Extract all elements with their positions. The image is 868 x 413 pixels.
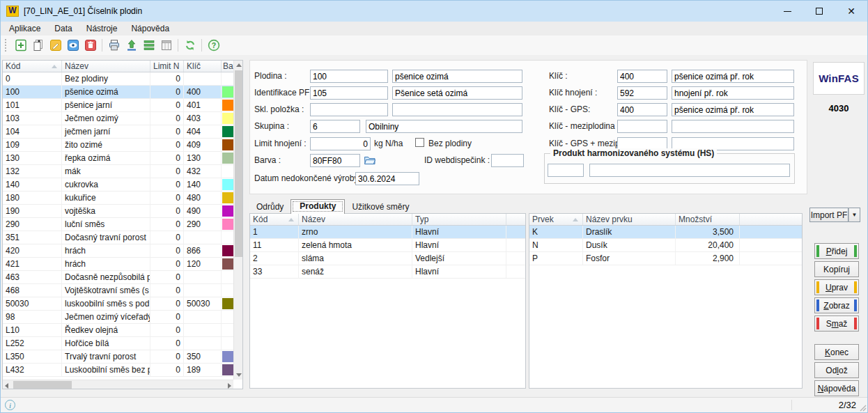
crop-row[interactable]: 100pšenice ozimá0400 xyxy=(3,86,242,99)
crop-row[interactable]: L10Ředkev olejná0 xyxy=(3,324,242,337)
product-row[interactable]: 1zrnoHlavní xyxy=(250,226,525,239)
crop-row[interactable]: 0Bez plodiny0 xyxy=(3,72,242,86)
column-header-mnozstvi[interactable]: Množství xyxy=(676,214,740,225)
column-header-kod[interactable]: Kód xyxy=(250,214,299,225)
skl-polozka-code-field[interactable] xyxy=(310,103,388,116)
crop-row[interactable]: L432Luskoobilní směs bez p0189 xyxy=(3,364,242,377)
scroll-right-icon[interactable] xyxy=(228,383,231,389)
crop-row[interactable]: 421hrách0120 xyxy=(3,258,242,271)
tab-odr-dy[interactable]: Odrůdy xyxy=(249,200,290,214)
view-button[interactable] xyxy=(64,37,82,54)
crop-row[interactable]: 420hrách0866 xyxy=(3,244,242,258)
element-row[interactable]: KDraslík3,500 xyxy=(529,226,802,239)
menu-item[interactable]: Nápověda xyxy=(131,24,169,33)
plodina-code-field[interactable] xyxy=(310,70,388,83)
klic-name-field[interactable] xyxy=(672,70,794,83)
klic-gps-code-field[interactable] xyxy=(617,103,667,116)
crop-row[interactable]: 468Vojtěškotravní směs (s0 xyxy=(3,284,242,297)
menu-item[interactable]: Aplikace xyxy=(9,24,40,33)
crop-row[interactable]: 130řepka ozimá0130 xyxy=(3,152,242,165)
odloz-button[interactable]: Odlož xyxy=(814,362,859,378)
skl-polozka-name-field[interactable] xyxy=(392,103,522,116)
crop-row[interactable]: 140cukrovka0140 xyxy=(3,178,242,192)
plodina-name-field[interactable] xyxy=(392,70,522,83)
close-button[interactable]: ✕ xyxy=(835,1,867,22)
crop-row[interactable]: 109žito ozimé0409 xyxy=(3,139,242,152)
add-button[interactable] xyxy=(12,37,29,54)
help-button[interactable]: ? xyxy=(205,37,222,54)
klic-hnojeni-name-field[interactable] xyxy=(672,86,794,100)
print-button[interactable] xyxy=(105,37,123,54)
element-row[interactable]: NDusík20,400 xyxy=(529,239,802,252)
crop-row[interactable]: 101pšenice jarní0401 xyxy=(3,99,242,112)
scroll-left-icon[interactable] xyxy=(5,383,8,389)
crop-row[interactable]: 463Dočasně nezpůsobilá p0 xyxy=(3,271,242,284)
scrollbar-thumb[interactable] xyxy=(13,381,72,389)
konec-button[interactable]: Konec xyxy=(814,344,859,360)
kopiruj-button[interactable]: Kopíruj xyxy=(814,261,859,277)
list-button[interactable] xyxy=(140,37,157,54)
tab-produkty[interactable]: Produkty xyxy=(290,199,345,214)
tab-u-itkov-sm-ry[interactable]: Užitkové směry xyxy=(345,200,416,214)
klic-meziplodina-name-field[interactable] xyxy=(672,120,794,133)
hs-code-field[interactable] xyxy=(548,164,584,177)
crop-row[interactable]: 103Ječmen ozimý0403 xyxy=(3,112,242,125)
id-webdispecink-field[interactable] xyxy=(491,154,524,167)
edit-button[interactable] xyxy=(47,37,64,54)
zobraz-button[interactable]: Zobraz xyxy=(814,297,859,313)
column-header-nazev-prvku[interactable]: Název prvku xyxy=(583,214,676,225)
crop-row[interactable]: 190vojtěška0490 xyxy=(3,205,242,218)
columns-button[interactable] xyxy=(157,37,175,54)
bez-plodiny-checkbox[interactable] xyxy=(415,138,424,147)
element-row[interactable]: PFosfor2,900 xyxy=(529,252,802,265)
minimize-button[interactable] xyxy=(771,1,803,22)
identifikace-pf-code-field[interactable] xyxy=(310,86,388,100)
product-row[interactable]: 2slámaVedlejší xyxy=(250,252,525,265)
hs-name-field[interactable] xyxy=(589,164,790,177)
column-header-limit-n[interactable]: Limit N xyxy=(150,61,184,72)
resize-grip-icon[interactable] xyxy=(859,404,867,412)
scroll-up-icon[interactable] xyxy=(236,63,242,67)
crop-row[interactable]: L252Hořčice bílá0 xyxy=(3,337,242,350)
crop-row[interactable]: 290luční směs0290 xyxy=(3,218,242,231)
smaz-button[interactable]: Smaž xyxy=(814,315,859,332)
panel-splitter[interactable] xyxy=(244,60,249,389)
product-row[interactable]: 33senážHlavní xyxy=(250,265,525,279)
skupina-code-field[interactable] xyxy=(310,120,360,133)
uprav-button[interactable]: Uprav xyxy=(814,279,859,295)
refresh-button[interactable] xyxy=(181,37,199,54)
crop-row[interactable]: 351Dočasný travní porost0 xyxy=(3,231,242,244)
scroll-down-icon[interactable] xyxy=(236,373,242,377)
column-header-prvek[interactable]: Prvek xyxy=(529,214,583,225)
barva-field[interactable] xyxy=(310,154,360,167)
toolbar-grip[interactable] xyxy=(5,39,9,52)
crop-row[interactable]: 98Ječmen ozimý víceřadý0 xyxy=(3,311,242,324)
crop-row[interactable]: 104ječmen jarní0404 xyxy=(3,125,242,139)
column-header-klic[interactable]: Klíč xyxy=(184,61,222,72)
column-header-nazev[interactable]: Název xyxy=(299,214,412,225)
crop-row[interactable]: 180kukuřice0480 xyxy=(3,192,242,205)
pridej-button[interactable]: Přidej xyxy=(814,243,859,259)
datum-field[interactable] xyxy=(355,172,419,185)
crop-row[interactable]: L350Trvalý travní porost0350 xyxy=(3,350,242,364)
import-pf-button[interactable]: Import PF xyxy=(809,208,848,222)
limit-hnojeni-field[interactable] xyxy=(310,137,371,150)
klic-meziplodina-code-field[interactable] xyxy=(617,120,667,133)
column-header-kod[interactable]: Kód xyxy=(3,61,62,72)
maximize-button[interactable] xyxy=(803,1,835,22)
klic-hnojeni-code-field[interactable] xyxy=(617,86,667,100)
delete-button[interactable] xyxy=(82,37,99,54)
export-button[interactable] xyxy=(123,37,140,54)
scrollbar-thumb[interactable] xyxy=(235,70,242,257)
skupina-name-field[interactable] xyxy=(366,120,522,133)
klic-code-field[interactable] xyxy=(617,70,667,83)
klic-gps-name-field[interactable] xyxy=(672,103,794,116)
menu-item[interactable]: Data xyxy=(54,24,72,33)
info-icon[interactable]: i xyxy=(5,400,15,410)
import-pf-dropdown[interactable]: ▼ xyxy=(848,208,860,222)
color-picker-button[interactable] xyxy=(364,155,376,168)
menu-item[interactable]: Nástroje xyxy=(86,24,118,33)
identifikace-pf-name-field[interactable] xyxy=(392,86,522,100)
copy-button[interactable] xyxy=(29,37,47,54)
napoveda-button[interactable]: Nápověda xyxy=(814,380,859,396)
